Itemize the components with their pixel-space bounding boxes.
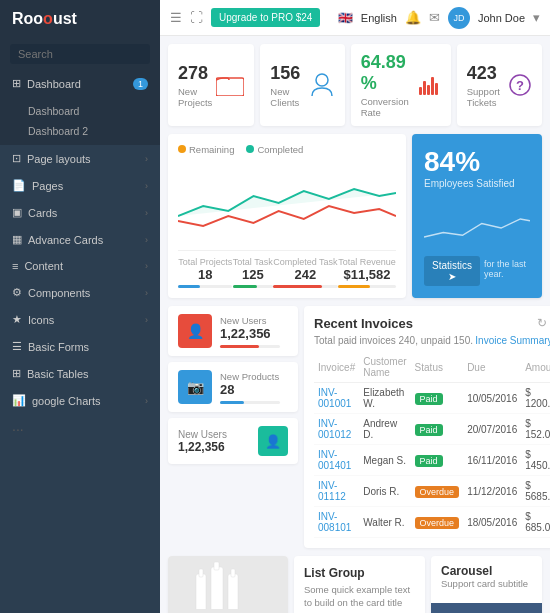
customer-name: Walter R.	[359, 507, 410, 538]
users-card-icon: 👤	[178, 314, 212, 348]
amount: $ 1200.00	[521, 383, 550, 414]
user-name[interactable]: John Doe	[478, 12, 525, 24]
new-users-bottom-icon: 👤	[258, 426, 288, 456]
sidebar-item-basic-forms[interactable]: ☰ Basic Forms	[0, 333, 160, 360]
components-icon: ⚙	[12, 286, 22, 299]
stat-label-clients: New Clients	[270, 86, 309, 108]
sidebar-submenu-dashboard: Dashboard Dashboard 2	[0, 97, 160, 145]
sidebar-item-dashboard-1[interactable]: Dashboard	[28, 101, 160, 121]
blue-stat-card: 84% Employees Satisfied Statistics ➤ for…	[412, 134, 542, 298]
hamburger-icon[interactable]: ☰	[170, 10, 182, 25]
invoice-id[interactable]: INV-008101	[318, 511, 351, 533]
amount: $ 5685.00	[521, 476, 550, 507]
blue-card-sub: for the last year.	[484, 259, 530, 279]
amount: $ 685.00	[521, 507, 550, 538]
small-card-users: 👤 New Users 1,22,356	[168, 306, 298, 356]
sidebar-item-google-charts[interactable]: 📊 google Charts ›	[0, 387, 160, 414]
upgrade-button[interactable]: Upgrade to PRO $24	[211, 8, 320, 27]
status-badge: Paid	[415, 393, 443, 405]
topbar: ☰ ⛶ Upgrade to PRO $24 🇬🇧 English 🔔 ✉ JD…	[160, 0, 550, 36]
table-row: INV-01112 Doris R. Overdue 11/12/2016 $ …	[314, 476, 550, 507]
sidebar-item-more: ···	[0, 414, 160, 444]
invoice-summary-link[interactable]: Invoice Summary →	[475, 335, 550, 346]
content-icon: ≡	[12, 260, 18, 272]
bell-icon[interactable]: 🔔	[405, 10, 421, 25]
sidebar-item-cards[interactable]: ▣ Cards ›	[0, 199, 160, 226]
sidebar-item-icons[interactable]: ★ Icons ›	[0, 306, 160, 333]
due-date: 16/11/2016	[463, 445, 521, 476]
basic-card: Basic Some quick example text to build o…	[168, 556, 288, 613]
invoices-card: Recent Invoices ↻ ⛶ Total paid invoices …	[304, 306, 550, 548]
status-badge: Overdue	[415, 486, 460, 498]
chevron-right-icon-2: ›	[145, 181, 148, 191]
language-label[interactable]: English	[361, 12, 397, 24]
svg-rect-0	[216, 78, 244, 96]
chart-stat-task: Total Task 125	[233, 257, 273, 288]
amount: $ 1450.00	[521, 445, 550, 476]
sidebar-item-advance-cards[interactable]: ▦ Advance Cards ›	[0, 226, 160, 253]
topbar-left: ☰ ⛶ Upgrade to PRO $24	[170, 8, 320, 27]
invoice-id[interactable]: INV-001012	[318, 418, 351, 440]
invoices-actions: ↻ ⛶	[537, 316, 550, 330]
stat-label-conversion: Conversion Rate	[361, 96, 416, 118]
advance-cards-icon: ▦	[12, 233, 22, 246]
sidebar-item-dashboard[interactable]: ⊞ Dashboard 1	[0, 70, 160, 97]
expand-icon[interactable]: ⛶	[190, 10, 203, 25]
avatar: JD	[448, 7, 470, 29]
table-row: INV-001001 Elizabeth W. Paid 10/05/2016 …	[314, 383, 550, 414]
new-users-bottom-label: New Users	[178, 429, 227, 440]
invoice-id[interactable]: INV-001001	[318, 387, 351, 409]
chart-stat-revenue: Total Revenue $11,582	[338, 257, 396, 288]
sidebar-search-wrapper	[0, 38, 160, 70]
due-date: 20/07/2016	[463, 414, 521, 445]
user-dropdown-icon[interactable]: ▾	[533, 10, 540, 25]
new-products-label: New Products	[220, 371, 280, 382]
due-date: 10/05/2016	[463, 383, 521, 414]
chevron-right-icon-8: ›	[145, 396, 148, 406]
small-cards-column: 👤 New Users 1,22,356 📷 New Products 28	[168, 306, 298, 548]
basic-forms-icon: ☰	[12, 340, 22, 353]
due-date: 18/05/2016	[463, 507, 521, 538]
invoice-id[interactable]: INV-01112	[318, 480, 346, 502]
svg-rect-4	[196, 574, 206, 612]
stat-value-projects: 278	[178, 63, 216, 84]
chevron-right-icon-4: ›	[145, 235, 148, 245]
basic-card-image	[168, 556, 288, 613]
status-badge: Paid	[415, 455, 443, 467]
products-card-icon: 📷	[178, 370, 212, 404]
svg-rect-5	[199, 569, 203, 577]
refresh-icon[interactable]: ↻	[537, 316, 547, 330]
sidebar-item-dashboard-2[interactable]: Dashboard 2	[28, 121, 160, 141]
content-area: 278 New Projects 156 New Clients	[160, 36, 550, 613]
search-input[interactable]	[10, 44, 150, 64]
stat-label-tickets: Support Tickets	[467, 86, 508, 108]
stat-card-tickets: 423 Support Tickets ?	[457, 44, 542, 126]
chevron-right-icon-7: ›	[145, 315, 148, 325]
envelope-icon[interactable]: ✉	[429, 10, 440, 25]
svg-text:?: ?	[516, 78, 524, 93]
list-group-subtitle: Some quick example text to build on the …	[304, 583, 415, 613]
chart-legend: Remaining Completed	[178, 144, 396, 155]
invoice-id[interactable]: INV-001401	[318, 449, 351, 471]
invoices-sub-text: Total paid invoices 240, unpaid 150.	[314, 335, 473, 346]
chart-stat-projects: Total Projects 18	[178, 257, 232, 288]
stat-value-clients: 156	[270, 63, 309, 84]
sidebar-item-basic-tables[interactable]: ⊞ Basic Tables	[0, 360, 160, 387]
mid-row: 👤 New Users 1,22,356 📷 New Products 28	[168, 306, 542, 548]
pages-icon: 📄	[12, 179, 26, 192]
statistics-button[interactable]: Statistics ➤	[424, 256, 480, 286]
sidebar-item-components[interactable]: ⚙ Components ›	[0, 279, 160, 306]
svg-rect-6	[195, 609, 207, 614]
stats-row: 278 New Projects 156 New Clients	[168, 44, 542, 126]
carousel-card: Carousel Support card subtitle Edit Card…	[431, 556, 542, 613]
customer-name: Andrew D.	[359, 414, 410, 445]
col-due: Due	[463, 352, 521, 383]
sidebar-item-pages[interactable]: 📄 Pages ›	[0, 172, 160, 199]
sidebar-item-content[interactable]: ≡ Content ›	[0, 253, 160, 279]
status-badge: Overdue	[415, 517, 460, 529]
chevron-right-icon-6: ›	[145, 288, 148, 298]
chevron-right-icon: ›	[145, 154, 148, 164]
small-card-products: 📷 New Products 28	[168, 362, 298, 412]
svg-rect-11	[231, 569, 235, 577]
sidebar-item-page-layouts[interactable]: ⊡ Page layouts ›	[0, 145, 160, 172]
